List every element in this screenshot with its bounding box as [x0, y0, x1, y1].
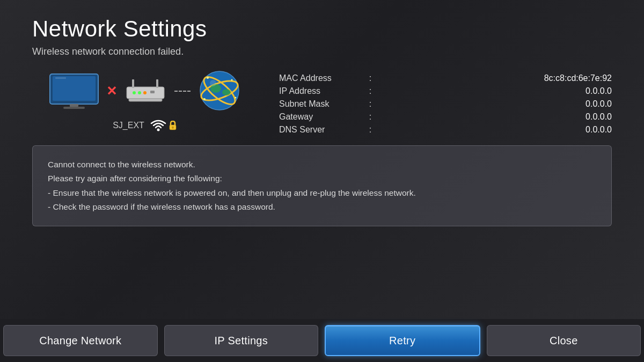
info-label: DNS Server — [279, 125, 365, 135]
info-row: MAC Address:8c:c8:cd:6e:7e:92 — [279, 73, 612, 83]
router-icon — [122, 75, 168, 107]
retry-button[interactable]: Retry — [325, 325, 480, 356]
error-line1: Cannot connect to the wireless network. — [48, 158, 596, 172]
svg-rect-2 — [70, 104, 78, 107]
tv-icon — [47, 72, 101, 110]
svg-rect-3 — [63, 107, 85, 109]
middle-section: ✕ — [32, 68, 612, 135]
svg-point-8 — [133, 91, 136, 94]
info-value: 8c:c8:cd:6e:7e:92 — [376, 73, 612, 83]
x-mark-icon: ✕ — [106, 84, 117, 99]
svg-rect-4 — [55, 77, 66, 79]
error-line4: - Check the password if the wireless net… — [48, 200, 596, 214]
info-row: Subnet Mask:0.0.0.0 — [279, 99, 612, 109]
globe-icon — [197, 68, 243, 114]
info-label: MAC Address — [279, 73, 365, 83]
network-info: MAC Address:8c:c8:cd:6e:7e:92IP Address:… — [279, 68, 612, 135]
info-value: 0.0.0.0 — [376, 112, 612, 122]
svg-point-19 — [203, 98, 206, 100]
info-colon: : — [365, 112, 376, 122]
main-container: Network Settings Wireless network connec… — [0, 0, 644, 362]
info-value: 0.0.0.0 — [376, 125, 612, 135]
ip-settings-button[interactable]: IP Settings — [164, 325, 319, 356]
page-title: Network Settings — [32, 16, 612, 42]
svg-point-10 — [143, 91, 147, 94]
wifi-icon — [150, 119, 167, 132]
svg-point-23 — [157, 129, 159, 131]
network-label: SJ_EXT — [113, 119, 177, 132]
svg-rect-6 — [132, 79, 134, 88]
close-button[interactable]: Close — [487, 325, 641, 356]
button-bar: Change Network IP Settings Retry Close — [0, 319, 644, 362]
info-value: 0.0.0.0 — [376, 86, 612, 96]
info-label: IP Address — [279, 86, 365, 96]
dashed-line — [174, 91, 191, 92]
page-subtitle: Wireless network connection failed. — [32, 46, 612, 57]
svg-rect-1 — [53, 76, 96, 101]
info-value: 0.0.0.0 — [376, 99, 612, 109]
info-row: Gateway:0.0.0.0 — [279, 112, 612, 122]
svg-point-9 — [138, 91, 141, 94]
info-label: Subnet Mask — [279, 99, 365, 109]
diagram-icons: ✕ — [47, 68, 243, 114]
info-colon: : — [365, 73, 376, 83]
wifi-lock-icon — [150, 119, 177, 132]
error-line3: - Ensure that the wireless network is po… — [48, 186, 596, 200]
svg-rect-11 — [150, 91, 155, 93]
info-label: Gateway — [279, 112, 365, 122]
diagram-area: ✕ — [32, 68, 258, 132]
svg-point-18 — [235, 97, 237, 99]
info-colon: : — [365, 99, 376, 109]
svg-rect-26 — [172, 128, 173, 129]
info-row: DNS Server:0.0.0.0 — [279, 125, 612, 135]
error-line2: Please try again after considering the f… — [48, 172, 596, 186]
info-row: IP Address:0.0.0.0 — [279, 86, 612, 96]
svg-point-17 — [231, 79, 233, 81]
network-name: SJ_EXT — [113, 121, 144, 130]
svg-point-21 — [222, 89, 231, 95]
svg-rect-7 — [156, 79, 158, 88]
info-colon: : — [365, 86, 376, 96]
svg-point-22 — [210, 80, 216, 86]
change-network-button[interactable]: Change Network — [3, 325, 158, 356]
error-box: Cannot connect to the wireless network. … — [32, 145, 612, 226]
info-colon: : — [365, 125, 376, 135]
svg-point-16 — [207, 77, 209, 79]
svg-rect-12 — [129, 99, 162, 101]
lock-icon — [169, 121, 177, 130]
